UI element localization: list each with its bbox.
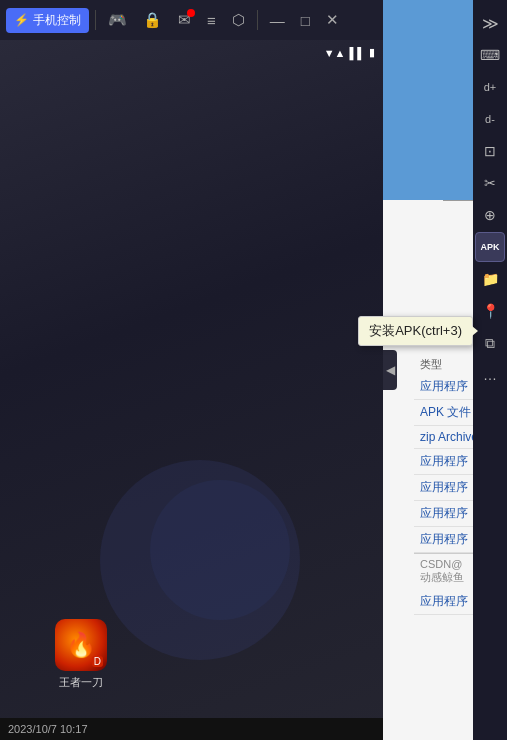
signal-bars: ▌▌ bbox=[349, 47, 365, 59]
mail-badge bbox=[187, 9, 195, 17]
location-icon: 📍 bbox=[482, 303, 499, 319]
gamepad-icon: 🎮 bbox=[108, 11, 127, 29]
menu-item-apk[interactable]: APK 文件 bbox=[414, 400, 473, 426]
timestamp-bar: 2023/10/7 10:17 bbox=[0, 718, 383, 740]
right-panel-blue bbox=[383, 0, 473, 200]
game-icon[interactable]: 🔥 D bbox=[55, 619, 107, 671]
menu-icon: ≡ bbox=[207, 12, 216, 29]
scissors-icon: ✂ bbox=[484, 175, 496, 191]
apk-button[interactable]: APK bbox=[475, 232, 505, 262]
screenshot-icon: ⊡ bbox=[484, 143, 496, 159]
more-button[interactable]: … bbox=[475, 360, 505, 390]
timestamp-text: 2023/10/7 10:17 bbox=[8, 723, 88, 735]
close-icon: ✕ bbox=[326, 11, 339, 29]
menu-item-app1[interactable]: 应用程序 bbox=[414, 374, 473, 400]
sidebar-collapse-button[interactable]: ≫ bbox=[475, 8, 505, 38]
game-icon-emoji: 🔥 bbox=[66, 631, 96, 659]
location-button[interactable]: 📍 bbox=[475, 296, 505, 326]
battery-icon: ▮ bbox=[369, 46, 375, 59]
apk-tooltip: 安装APK(ctrl+3) bbox=[358, 316, 473, 346]
csdn-watermark: CSDN@动感鲸鱼 bbox=[414, 553, 473, 589]
menu-item-app3[interactable]: 应用程序 bbox=[414, 475, 473, 501]
type-header: 类型 bbox=[414, 355, 473, 374]
copy-icon: ⧉ bbox=[485, 335, 495, 352]
menu-item-app5[interactable]: 应用程序 bbox=[414, 527, 473, 553]
scissors-button[interactable]: ✂ bbox=[475, 168, 505, 198]
status-bar: ▼▲ ▌▌ ▮ bbox=[324, 46, 375, 59]
menu-item-archive[interactable]: 应用程序 bbox=[414, 589, 473, 615]
volume-down-button[interactable]: d- bbox=[475, 104, 505, 134]
keyboard-icon: ⌨ bbox=[480, 47, 500, 63]
top-toolbar: ⚡ 手机控制 🎮 🔒 ✉ ≡ ⬡ — □ ✕ bbox=[0, 0, 383, 40]
nav-arrow-left[interactable]: ◀ bbox=[383, 350, 397, 390]
menu-item-zip[interactable]: zip Archive bbox=[414, 426, 473, 449]
screen-rotate-icon: ⬡ bbox=[232, 11, 245, 29]
import-icon: ⊕ bbox=[484, 207, 496, 223]
menu-button[interactable]: ≡ bbox=[201, 8, 222, 33]
wifi-icon: ▼▲ bbox=[324, 47, 346, 59]
import-button[interactable]: ⊕ bbox=[475, 200, 505, 230]
apk-tooltip-text: 安装APK(ctrl+3) bbox=[369, 323, 462, 338]
volume-down-icon: d- bbox=[485, 113, 495, 125]
copy-button[interactable]: ⧉ bbox=[475, 328, 505, 358]
lock-icon: 🔒 bbox=[143, 11, 162, 29]
keyboard-button[interactable]: ⌨ bbox=[475, 40, 505, 70]
bg-circle-2 bbox=[150, 480, 290, 620]
main-btn-label: 手机控制 bbox=[33, 12, 81, 29]
collapse-icon: ≫ bbox=[482, 14, 499, 33]
more-icon: … bbox=[483, 367, 497, 383]
minimize-button[interactable]: — bbox=[264, 8, 291, 33]
toolbar-sep-1 bbox=[95, 10, 96, 30]
lightning-icon: ⚡ bbox=[14, 13, 29, 27]
gamepad-button[interactable]: 🎮 bbox=[102, 7, 133, 33]
volume-up-icon: d+ bbox=[484, 81, 497, 93]
menu-item-app4[interactable]: 应用程序 bbox=[414, 501, 473, 527]
game-icon-label: 王者一刀 bbox=[59, 675, 103, 690]
emulator-screen[interactable]: ▼▲ ▌▌ ▮ 🔥 D 王者一刀 2023/10/7 10:17 bbox=[0, 40, 383, 740]
divider-line bbox=[443, 200, 473, 201]
mail-button[interactable]: ✉ bbox=[172, 7, 197, 33]
menu-section: 类型 应用程序 APK 文件 zip Archive 应用程序 应用程序 应用程… bbox=[414, 355, 473, 740]
maximize-button[interactable]: □ bbox=[295, 8, 316, 33]
menu-item-app2[interactable]: 应用程序 bbox=[414, 449, 473, 475]
toolbar-sep-2 bbox=[257, 10, 258, 30]
apk-icon: APK bbox=[480, 242, 499, 252]
game-icon-container[interactable]: 🔥 D 王者一刀 bbox=[55, 619, 107, 690]
lock-button[interactable]: 🔒 bbox=[137, 7, 168, 33]
volume-up-button[interactable]: d+ bbox=[475, 72, 505, 102]
nav-arrow-icon: ◀ bbox=[386, 363, 395, 377]
folder-icon: 📁 bbox=[482, 271, 499, 287]
screenshot-button[interactable]: ⊡ bbox=[475, 136, 505, 166]
minimize-icon: — bbox=[270, 12, 285, 29]
close-button[interactable]: ✕ bbox=[320, 7, 345, 33]
main-control-button[interactable]: ⚡ 手机控制 bbox=[6, 8, 89, 33]
maximize-icon: □ bbox=[301, 12, 310, 29]
folder-button[interactable]: 📁 bbox=[475, 264, 505, 294]
right-sidebar: ≫ ⌨ d+ d- ⊡ ✂ ⊕ APK 📁 📍 ⧉ … bbox=[473, 0, 507, 740]
screen-rotate-button[interactable]: ⬡ bbox=[226, 7, 251, 33]
game-icon-badge: D bbox=[92, 656, 103, 667]
